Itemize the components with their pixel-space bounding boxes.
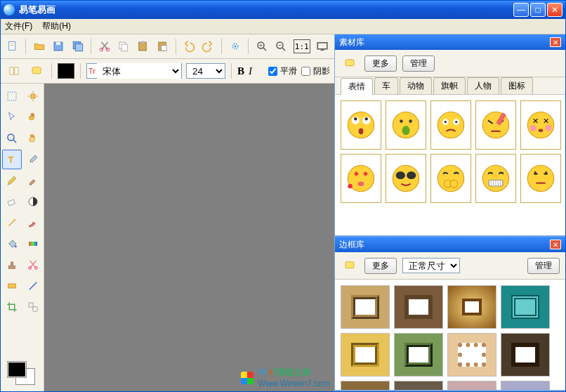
frames-panel-close-icon[interactable]: ✕ — [550, 240, 561, 249]
save-button[interactable] — [51, 37, 66, 55]
frame-item[interactable] — [501, 333, 550, 377]
frame-item[interactable] — [447, 333, 496, 377]
zoom-ratio-button[interactable]: 1:1 — [293, 37, 311, 55]
tool-marquee[interactable] — [2, 86, 22, 106]
tab-flag[interactable]: 旗帜 — [433, 77, 466, 94]
tool-bucket[interactable] — [2, 234, 22, 254]
text-color-swatch[interactable] — [58, 63, 74, 79]
minimize-button[interactable]: — — [513, 3, 529, 17]
tab-emoji[interactable]: 表情 — [341, 78, 373, 95]
tool-hand[interactable] — [23, 107, 43, 127]
saveas-button[interactable] — [70, 37, 85, 55]
tab-person[interactable]: 人物 — [467, 77, 499, 94]
frames-size-select[interactable]: 正常尺寸 — [402, 258, 460, 273]
frame-item[interactable] — [501, 381, 550, 390]
close-button[interactable]: ✕ — [547, 3, 562, 17]
color-picker[interactable] — [2, 358, 42, 388]
menu-bar: 文件(F) 帮助(H) — [1, 19, 565, 34]
svg-point-69 — [527, 165, 553, 191]
emoji-item[interactable]: ✕✕ — [520, 100, 561, 150]
frame-item[interactable] — [447, 285, 496, 329]
tool-pointer[interactable] — [2, 107, 22, 127]
tool-smudge[interactable] — [23, 213, 43, 233]
frames-manage-button[interactable]: 管理 — [527, 258, 560, 274]
font-select[interactable]: 宋体 — [97, 63, 181, 79]
zoom-out-button[interactable] — [273, 37, 288, 55]
redo-button[interactable] — [201, 37, 216, 55]
emoji-item[interactable] — [341, 154, 381, 203]
tool-zoom[interactable] — [2, 129, 22, 148]
open-button[interactable] — [32, 37, 46, 55]
assets-more-button[interactable]: 更多 — [364, 55, 397, 72]
tool-crop[interactable] — [2, 297, 22, 317]
tool-eraser[interactable] — [2, 192, 22, 211]
tab-animal[interactable]: 动物 — [400, 77, 432, 94]
font-size-select[interactable]: 24 — [186, 63, 225, 79]
tool-stamp[interactable] — [2, 255, 22, 275]
tool-line[interactable] — [23, 276, 43, 296]
zoom-in-button[interactable] — [254, 37, 269, 55]
frame-item[interactable] — [341, 381, 390, 390]
frames-note-icon[interactable] — [341, 256, 359, 275]
frame-item[interactable] — [341, 333, 390, 377]
menu-help[interactable]: 帮助(H) — [42, 20, 71, 32]
emoji-item[interactable] — [430, 154, 471, 203]
app-logo-icon — [4, 4, 15, 15]
frame-item[interactable] — [501, 285, 550, 329]
emoji-item[interactable] — [341, 100, 381, 150]
frame-item[interactable] — [394, 381, 443, 390]
tab-car[interactable]: 车 — [374, 77, 398, 94]
svg-rect-0 — [8, 41, 15, 50]
fit-screen-button[interactable] — [315, 37, 330, 55]
assets-manage-button[interactable]: 管理 — [402, 55, 435, 72]
emoji-item[interactable] — [475, 154, 516, 203]
svg-point-48 — [445, 121, 447, 123]
tool-contrast[interactable] — [23, 192, 43, 211]
tool-pan[interactable] — [23, 129, 43, 148]
tool-gradient[interactable] — [23, 234, 43, 254]
emoji-item[interactable] — [475, 100, 516, 150]
note-icon[interactable] — [27, 62, 46, 80]
italic-button[interactable]: I — [249, 65, 252, 77]
tool-brush[interactable] — [23, 171, 43, 190]
undo-button[interactable] — [181, 37, 196, 55]
tool-wand[interactable] — [2, 213, 22, 233]
svg-point-62 — [396, 171, 405, 179]
assets-panel-close-icon[interactable]: ✕ — [550, 37, 561, 47]
tool-rect[interactable] — [2, 276, 22, 296]
side-panels: 素材库 ✕ 更多 管理 表情 车 动物 旗帜 人物 图标 — [335, 34, 565, 391]
tool-text[interactable]: T — [2, 150, 22, 169]
frame-item[interactable] — [394, 285, 443, 329]
foreground-color-swatch[interactable] — [8, 362, 26, 377]
emoji-item[interactable] — [520, 154, 561, 203]
emoji-item[interactable] — [386, 100, 426, 150]
frame-item[interactable] — [394, 333, 443, 377]
maximize-button[interactable]: □ — [530, 3, 546, 17]
emoji-item[interactable] — [386, 154, 426, 203]
frame-item[interactable] — [341, 285, 390, 329]
svg-rect-12 — [161, 46, 166, 51]
cut-button[interactable] — [97, 37, 112, 55]
shadow-checkbox[interactable]: 阴影 — [301, 65, 330, 77]
bold-button[interactable]: B — [237, 65, 244, 77]
smooth-checkbox[interactable]: 平滑 — [268, 65, 297, 77]
menu-file[interactable]: 文件(F) — [5, 20, 32, 32]
canvas-area[interactable]: Win7系统之家 Www.Winwin7.com — [44, 84, 334, 391]
copy-button[interactable] — [116, 37, 131, 55]
tool-target[interactable] — [23, 86, 43, 106]
tool-eyedropper[interactable] — [23, 150, 43, 169]
svg-rect-24 — [7, 200, 15, 206]
frame-item[interactable] — [447, 381, 496, 390]
settings-button[interactable] — [228, 37, 242, 55]
tab-icon[interactable]: 图标 — [501, 77, 533, 94]
tool-shape[interactable] — [23, 297, 43, 317]
paste-special-button[interactable] — [154, 37, 169, 55]
paste-button[interactable] — [136, 37, 150, 55]
new-button[interactable] — [5, 37, 20, 55]
tool-scissor[interactable] — [23, 255, 43, 275]
book-icon[interactable] — [5, 62, 23, 80]
assets-note-icon[interactable] — [341, 54, 359, 72]
emoji-item[interactable] — [430, 100, 471, 150]
frames-more-button[interactable]: 更多 — [364, 258, 397, 274]
tool-pencil[interactable] — [2, 171, 22, 190]
